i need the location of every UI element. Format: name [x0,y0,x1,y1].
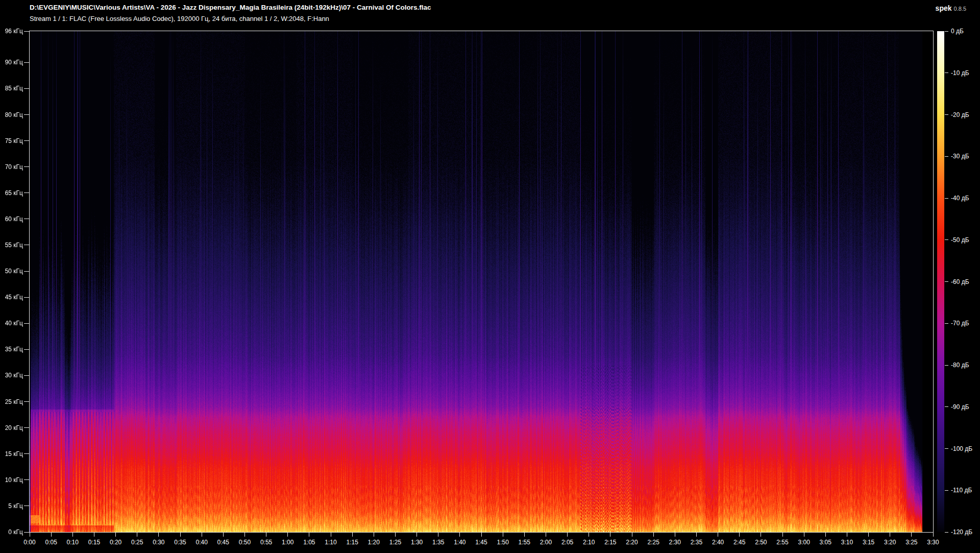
time-tick [72,533,73,537]
time-tick-label: 2:35 [685,539,707,546]
time-tick-label: 0:55 [255,539,278,546]
freq-tick-label: 35 кГц [0,346,23,353]
time-tick [115,533,116,537]
spectrogram-canvas [30,31,933,532]
time-tick [610,533,610,537]
time-tick [825,533,826,537]
time-tick-label: 3:10 [836,539,858,546]
time-tick-label: 3:30 [922,539,944,546]
time-tick [546,533,546,537]
file-path-title: D:\EVGENIY\MUSIC\Various Artists\VA - 20… [30,4,431,11]
freq-tick-label: 40 кГц [0,320,23,327]
time-tick [51,533,52,537]
db-colorbar [937,31,944,532]
db-tick [945,490,948,491]
time-tick [675,533,675,537]
time-tick [94,533,94,537]
db-tick-label: -120 дБ [951,528,972,536]
freq-tick-label: 70 кГц [0,163,23,171]
db-tick [945,114,948,115]
time-tick-label: 1:40 [449,539,471,546]
time-tick-label: 1:25 [384,539,406,546]
freq-tick-label: 0 кГц [0,528,23,536]
time-tick-label: 2:40 [707,539,729,546]
time-tick [459,533,460,537]
time-tick [416,533,417,537]
time-tick-label: 2:50 [750,539,772,546]
time-tick [589,533,589,537]
time-tick-label: 0:20 [105,539,127,546]
db-tick [945,323,948,324]
time-tick [653,533,654,537]
time-tick [137,533,137,537]
time-tick [696,533,697,537]
freq-tick-label: 25 кГц [0,398,23,405]
time-tick [244,533,245,537]
time-tick-label: 0:25 [126,539,149,546]
db-tick-label: -30 дБ [951,153,969,160]
time-tick-label: 3:05 [814,539,837,546]
time-tick [438,533,438,537]
freq-tick [24,349,29,350]
freq-tick-label: 75 кГц [0,137,23,145]
freq-tick-label: 96 кГц [0,28,23,35]
time-tick-label: 1:55 [513,539,535,546]
freq-tick-label: 50 кГц [0,268,23,275]
stream-info: Stream 1 / 1: FLAC (Free Lossless Audio … [30,15,329,22]
db-tick-label: 0 дБ [951,28,964,35]
freq-tick [24,375,29,376]
db-tick-label: -70 дБ [951,320,969,327]
time-tick-label: 2:30 [664,539,686,546]
time-tick [374,533,374,537]
db-tick-label: -90 дБ [951,403,969,411]
time-tick [739,533,740,537]
db-tick [945,239,948,240]
time-tick [223,533,224,537]
db-tick-label: -10 дБ [951,69,969,77]
freq-tick [24,401,29,402]
freq-tick [24,166,29,167]
app-name: spek [936,4,952,12]
time-tick-label: 0:15 [83,539,105,546]
db-tick [945,156,948,157]
freq-tick-label: 80 кГц [0,111,23,118]
db-tick-label: -60 дБ [951,278,969,285]
freq-tick-label: 85 кГц [0,85,23,92]
time-tick-label: 2:45 [728,539,751,546]
time-tick [782,533,783,537]
db-tick-label: -110 дБ [951,487,972,494]
time-tick [890,533,890,537]
freq-tick [24,532,29,533]
time-tick-label: 0:40 [190,539,213,546]
time-tick [567,533,568,537]
db-tick [945,365,948,366]
freq-tick [24,297,29,298]
freq-tick [24,193,29,193]
freq-tick [24,323,29,324]
time-tick-label: 2:15 [599,539,622,546]
freq-tick-label: 20 кГц [0,424,23,431]
db-tick-label: -40 дБ [951,195,969,202]
time-tick [524,533,525,537]
freq-tick-label: 90 кГц [0,59,23,66]
freq-tick [24,479,29,480]
time-tick [481,533,482,537]
freq-tick-label: 10 кГц [0,476,23,484]
time-tick-label: 0:05 [40,539,62,546]
time-tick [718,533,718,537]
time-tick [158,533,159,537]
freq-tick-label: 55 кГц [0,242,23,249]
time-tick [847,533,847,537]
freq-tick [24,114,29,115]
time-tick-label: 1:05 [298,539,321,546]
freq-tick [24,427,29,428]
db-tick [945,198,948,199]
time-tick [395,533,396,537]
time-tick-label: 1:45 [470,539,493,546]
time-tick [287,533,288,537]
time-tick [761,533,761,537]
db-tick [945,532,948,533]
time-tick-label: 2:25 [642,539,665,546]
time-tick [804,533,804,537]
spek-window: D:\EVGENIY\MUSIC\Various Artists\VA - 20… [0,0,980,553]
